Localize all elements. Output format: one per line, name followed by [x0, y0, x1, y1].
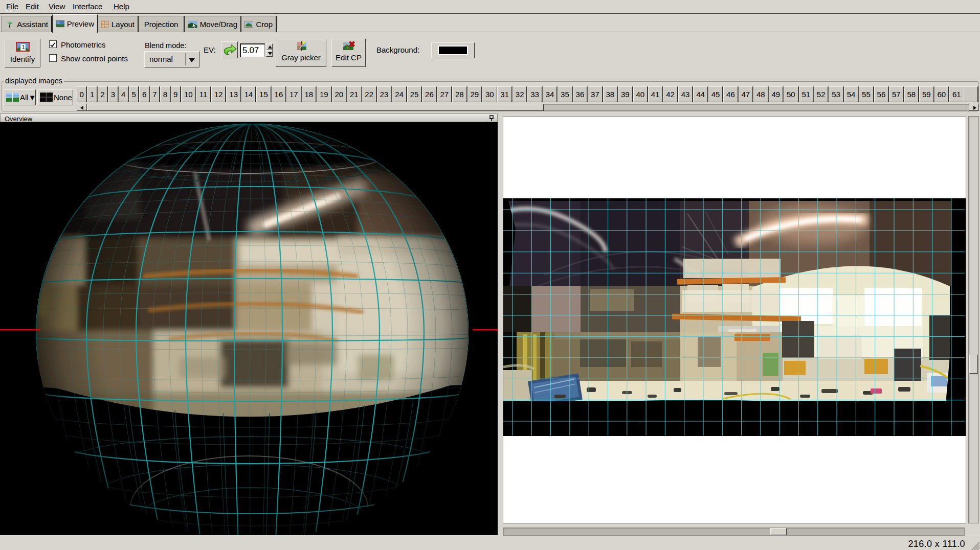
svg-text:GL: GL [57, 21, 60, 24]
svg-text:1: 1 [21, 44, 25, 50]
